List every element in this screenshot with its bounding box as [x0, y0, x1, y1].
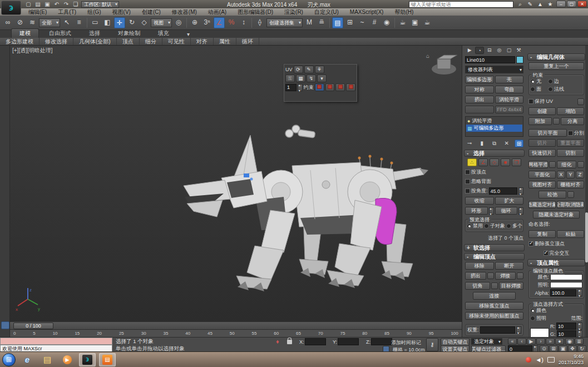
- loop-spinner[interactable]: [518, 207, 523, 215]
- selection-set-combo[interactable]: 选定对象: [471, 338, 502, 345]
- go-to-start-icon[interactable]: «: [508, 338, 517, 345]
- collapse-button[interactable]: 塌陷: [557, 107, 584, 115]
- curve-editor-icon[interactable]: ~: [357, 17, 368, 28]
- ribbon-section-properties[interactable]: 属性: [214, 38, 236, 45]
- application-menu-logo[interactable]: ϶: [1, 1, 21, 15]
- edit-named-sets-icon[interactable]: ⟠: [254, 17, 265, 28]
- select-and-move-icon[interactable]: ✛: [114, 17, 125, 28]
- cut-button[interactable]: 切割: [557, 149, 584, 157]
- ring-spinner[interactable]: [489, 207, 494, 215]
- break-button[interactable]: 断开: [495, 262, 524, 270]
- rollout-vertex-properties[interactable]: -顶点属性: [527, 259, 585, 266]
- make-planar-button[interactable]: 平面化: [528, 171, 556, 178]
- extrude-button[interactable]: 挤出: [465, 272, 486, 280]
- hide-unselected-button[interactable]: 隐藏未选定对象: [533, 211, 580, 219]
- z-coord-field[interactable]: [371, 338, 392, 345]
- constraint-none-radio[interactable]: [530, 79, 535, 84]
- taskbar-media-player-icon[interactable]: ▶: [59, 353, 76, 366]
- planar-z-button[interactable]: Z: [576, 171, 584, 178]
- named-selection-sets-combo[interactable]: 创建选择集: [266, 18, 303, 27]
- recording-tray-icon[interactable]: [526, 357, 531, 363]
- hide-selected-button[interactable]: 隐藏选定对象: [528, 201, 556, 209]
- show-end-result-icon[interactable]: ▮: [477, 140, 486, 147]
- favorites-star-icon[interactable]: ★: [546, 1, 554, 8]
- rollout-selection[interactable]: -选择: [464, 150, 525, 157]
- ribbon-section-geometry-all[interactable]: 几何体(全部): [73, 38, 117, 45]
- shrink-button[interactable]: 收缩: [465, 197, 494, 205]
- planar-x-button[interactable]: X: [557, 171, 565, 178]
- tab-display-icon[interactable]: ▢: [505, 47, 514, 54]
- selection-filter-combo[interactable]: 全部: [39, 18, 60, 27]
- attach-list-icon[interactable]: [553, 118, 560, 125]
- constrain-normal-icon[interactable]: [346, 83, 355, 91]
- mirror-icon[interactable]: M: [304, 17, 315, 28]
- y-coord-field[interactable]: [338, 338, 359, 345]
- menu-views[interactable]: 视图(V): [107, 8, 136, 16]
- options-dropdown-icon[interactable]: ▾: [317, 75, 327, 82]
- object-color-swatch[interactable]: [516, 56, 523, 63]
- isolate-selection-icon[interactable]: ♦: [276, 338, 279, 345]
- grid-fill-icon[interactable]: ▦: [296, 75, 305, 82]
- start-button[interactable]: ⊞: [2, 353, 16, 366]
- chamfer-button[interactable]: 切角: [465, 282, 490, 290]
- menu-rendering[interactable]: 渲染(R): [279, 8, 308, 16]
- by-vertex-checkbox[interactable]: [465, 170, 470, 175]
- preserve-uvs-settings-icon[interactable]: [577, 98, 584, 105]
- add-time-tag[interactable]: 添加时间标记: [391, 339, 421, 346]
- grow-button[interactable]: 扩大: [495, 197, 524, 205]
- chamfer-settings-icon[interactable]: [491, 282, 498, 289]
- options-icon[interactable]: ≣: [575, 338, 584, 345]
- render-setup-icon[interactable]: ☕: [397, 17, 408, 28]
- modifier-button-turbosmooth[interactable]: 涡轮平滑: [495, 96, 524, 103]
- detach-button[interactable]: 分离: [561, 117, 584, 125]
- by-angle-checkbox[interactable]: [465, 189, 470, 194]
- save-file-icon[interactable]: ▣: [43, 1, 51, 8]
- subobject-element-icon[interactable]: ❒: [512, 158, 521, 166]
- modifier-button-extrude[interactable]: 挤出: [465, 96, 494, 103]
- maximize-button[interactable]: ▢: [567, 1, 576, 7]
- tessellate-button[interactable]: 细化: [557, 161, 576, 168]
- schematic-view-icon[interactable]: #: [369, 17, 380, 28]
- rollout-soft-selection[interactable]: +软选择: [464, 244, 525, 251]
- new-file-icon[interactable]: ▢: [24, 1, 32, 8]
- alpha-field[interactable]: 100.0: [550, 289, 576, 296]
- tab-utilities-icon[interactable]: ⚒: [514, 47, 523, 54]
- undo-icon[interactable]: ↶: [53, 1, 61, 8]
- modifier-button-shell[interactable]: 壳: [495, 76, 524, 83]
- selection-lock-icon[interactable]: [287, 339, 292, 345]
- select-and-rotate-icon[interactable]: ↻: [126, 17, 137, 28]
- render-production-icon[interactable]: ☕: [422, 17, 433, 28]
- preserve-uvs-checkbox[interactable]: [528, 99, 533, 104]
- tab-hierarchy-icon[interactable]: ⊟: [485, 47, 494, 54]
- connect-button[interactable]: 连接: [473, 292, 516, 300]
- viewcube[interactable]: ⌂: [425, 51, 458, 79]
- select-by-illumination-radio[interactable]: [530, 316, 535, 321]
- slice-plane-button[interactable]: 切片平面: [528, 129, 567, 137]
- constraint-edge-radio[interactable]: [548, 79, 553, 84]
- ribbon-section-modify-selection[interactable]: 修改选择: [39, 38, 73, 45]
- minimize-button[interactable]: –: [556, 1, 566, 7]
- rectangular-selection-region-icon[interactable]: ▭: [90, 17, 101, 28]
- angle-value-field[interactable]: 45.0: [489, 187, 517, 195]
- msmooth-button[interactable]: 网格平滑: [528, 161, 548, 168]
- snap-toggle-3d-icon[interactable]: 3ⁿ: [201, 17, 213, 28]
- menu-customize[interactable]: 自定义(U): [309, 8, 344, 16]
- open-file-icon[interactable]: ▤: [34, 1, 42, 8]
- subobject-polygon-icon[interactable]: ■: [501, 158, 510, 166]
- weld-button[interactable]: 焊接: [495, 272, 516, 280]
- configure-modifier-sets-icon[interactable]: ⊞: [515, 140, 523, 147]
- subobject-edge-icon[interactable]: ∠: [478, 158, 488, 166]
- project-folder-icon[interactable]: ❏: [72, 1, 80, 8]
- weight-spinner[interactable]: [516, 326, 521, 334]
- mute-icon[interactable]: ◉: [565, 338, 574, 345]
- maxscript-mini-listener-pink[interactable]: [0, 338, 112, 345]
- repeat-last-button[interactable]: 重复上一个: [528, 62, 584, 70]
- menu-graph-editors[interactable]: 图形编辑器(D): [233, 8, 278, 16]
- lock-handles-icon[interactable]: ⚿: [285, 75, 295, 82]
- search-input[interactable]: [409, 1, 513, 8]
- subobject-border-icon[interactable]: ◇: [490, 158, 499, 166]
- reference-coordinate-combo[interactable]: 视图: [151, 18, 172, 27]
- ribbon-tab-freeform[interactable]: 自由形式: [41, 29, 79, 38]
- tessellate-settings-icon[interactable]: [577, 161, 584, 168]
- extrude-settings-icon[interactable]: [487, 272, 494, 279]
